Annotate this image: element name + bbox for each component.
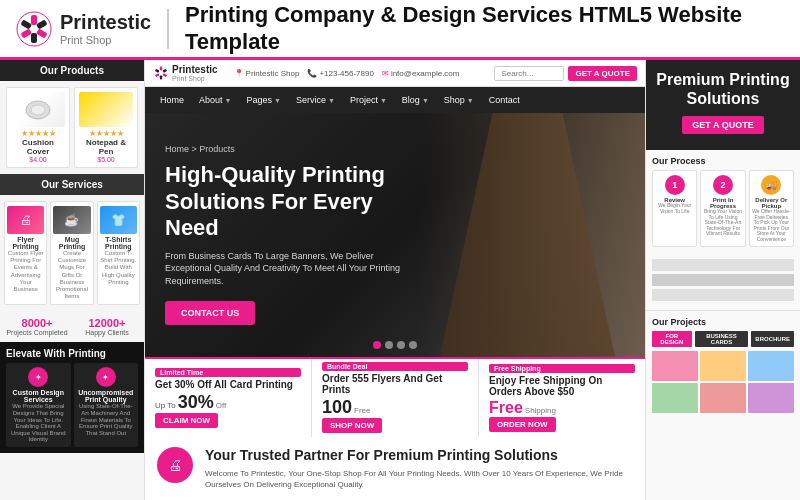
elevate-section: Elevate With Printing ✦ Custom Design Se… [0, 342, 144, 453]
search-input[interactable] [494, 66, 564, 81]
stat-clients: 12000+ Happy Clients [74, 317, 140, 336]
deal-section: Limited Time Get 30% Off All Card Printi… [145, 357, 645, 437]
project-thumb-4[interactable] [652, 383, 698, 413]
service-item-tshirt[interactable]: 👕 T-Shirts Printing Custom T-Shirt Print… [97, 201, 140, 305]
service-item-flyer[interactable]: 🖨 Flyer Printing Custom Flyer Printing F… [4, 201, 47, 305]
deal-suffix-2: Free [354, 406, 370, 415]
nav-arrow-2: ▼ [274, 97, 281, 104]
product-item[interactable]: ★★★★★ Cushion Cover $4.00 [6, 87, 70, 168]
product-price-2: $5.00 [79, 156, 133, 163]
svg-point-8 [31, 105, 45, 115]
stat-num-2: 12000+ [74, 317, 140, 329]
service-item-mug[interactable]: ☕ Mug Printing Create Customize Mugs For… [50, 201, 93, 305]
service-desc-1: Custom Flyer Printing For Events & Adver… [7, 250, 44, 293]
process-icon-1: 1 [665, 175, 685, 195]
promo-bar-1 [652, 259, 794, 271]
hero-dot-3[interactable] [397, 341, 405, 349]
deal-btn-1[interactable]: CLAIM NOW [155, 413, 218, 428]
nav-shop[interactable]: Shop▼ [437, 91, 481, 109]
project-thumb-3[interactable] [748, 351, 794, 381]
hero-dot-4[interactable] [409, 341, 417, 349]
left-sidebar: Our Products ★★★★★ Cushion Cover $4.00 ★… [0, 60, 145, 500]
elevate-items: ✦ Custom Design Services We Provide Spec… [6, 363, 138, 447]
hero-dot-1[interactable] [373, 341, 381, 349]
product-item-2[interactable]: ★★★★★ Notepad & Pen $5.00 [74, 87, 138, 168]
deal-badge-1: Limited Time [155, 368, 301, 377]
center-area: Printestic Print Shop 📍 Printestic Shop … [145, 60, 645, 500]
process-steps: 1 Review We Begin Your Vision To Life 2 … [652, 170, 794, 247]
nav-about[interactable]: About▼ [192, 91, 238, 109]
nav-pages[interactable]: Pages▼ [239, 91, 287, 109]
deal-title-2: Order 555 Flyers And Get Prints [322, 373, 468, 395]
hero-dot-2[interactable] [385, 341, 393, 349]
svg-rect-10 [162, 69, 167, 73]
site-topbar: Printestic Print Shop 📍 Printestic Shop … [145, 60, 645, 87]
deal-btn-2[interactable]: SHOP NOW [322, 418, 382, 433]
svg-rect-14 [155, 69, 160, 73]
nav-arrow-6: ▼ [467, 97, 474, 104]
process-title: Our Process [652, 156, 794, 166]
nav-service[interactable]: Service▼ [289, 91, 342, 109]
site-phone: 📞 +123-456-7890 [307, 69, 374, 78]
nav-arrow: ▼ [225, 97, 232, 104]
quote-button[interactable]: GET A QUOTE [568, 66, 637, 81]
phone-number: +123-456-7890 [319, 69, 374, 78]
svg-rect-12 [160, 75, 162, 79]
nav-contact[interactable]: Contact [482, 91, 527, 109]
premium-title: Premium Printing Solutions [656, 70, 790, 108]
about-desc: Welcome To Printestic, Your One-Stop Sho… [205, 468, 633, 490]
process-step-desc-2: Bring Your Vision To Life Using State-Of… [703, 209, 742, 237]
project-btn-2[interactable]: BUSINESS CARDS [695, 331, 749, 347]
tshirt-icon: 👕 [100, 206, 137, 234]
nav-arrow-4: ▼ [380, 97, 387, 104]
project-btn-3[interactable]: BROCHURE [751, 331, 794, 347]
stat-label-2: Happy Clients [74, 329, 140, 336]
process-step-desc-3: We Offer Hassle-Free Deliveries To Pick … [752, 209, 791, 242]
project-btn-1[interactable]: FOR DESIGN [652, 331, 692, 347]
deal-suffix-3: Shipping [525, 406, 556, 415]
nav-home[interactable]: Home [153, 91, 191, 109]
stats-row: 8000+ Projects Completed 12000+ Happy Cl… [0, 311, 144, 342]
services-section-title: Our Services [0, 174, 144, 195]
stat-label-1: Projects Completed [4, 329, 70, 336]
hero-subtitle: From Business Cards To Large Banners, We… [165, 250, 418, 288]
product-grid: ★★★★★ Cushion Cover $4.00 ★★★★★ Notepad … [0, 81, 144, 174]
project-thumb-1[interactable] [652, 351, 698, 381]
premium-quote-btn[interactable]: GET A QUOTE [682, 116, 763, 134]
right-sidebar: Premium Printing Solutions GET A QUOTE O… [645, 60, 800, 500]
product-name-2: Notepad & Pen [79, 138, 133, 156]
elevate-desc-1: We Provide Special Designs That Bring Yo… [10, 403, 67, 443]
elevate-icon-2: ✦ [96, 367, 116, 387]
email-icon: ✉ [382, 69, 389, 78]
stat-projects: 8000+ Projects Completed [4, 317, 70, 336]
site-email: ✉ info@example.com [382, 69, 460, 78]
project-thumb-5[interactable] [700, 383, 746, 413]
deal-btn-3[interactable]: ORDER NOW [489, 417, 556, 432]
header-divider [167, 9, 169, 49]
project-thumb-2[interactable] [700, 351, 746, 381]
process-icon-2: 2 [713, 175, 733, 195]
deal-value-prefix-1: Up To [155, 401, 176, 410]
nav-blog[interactable]: Blog▼ [395, 91, 436, 109]
hero-dots [373, 341, 417, 349]
site-logo-text: Printestic Print Shop [172, 64, 218, 82]
deal-big-3: Free [489, 399, 523, 417]
deal-item-2: Bundle Deal Order 555 Flyers And Get Pri… [312, 359, 479, 437]
elevate-name-1: Custom Design Services [10, 389, 67, 403]
nav-project[interactable]: Project▼ [343, 91, 394, 109]
svg-rect-4 [31, 33, 37, 43]
header-title: Printing Company & Design Services HTML5… [185, 2, 784, 55]
about-title: Your Trusted Partner For Premium Printin… [205, 447, 633, 464]
stat-num-1: 8000+ [4, 317, 70, 329]
deal-title-3: Enjoy Free Shipping On Orders Above $50 [489, 375, 635, 397]
hero-cta-button[interactable]: CONTACT US [165, 301, 255, 325]
project-thumb-6[interactable] [748, 383, 794, 413]
about-icon: 🖨 [157, 447, 193, 483]
phone-icon: 📞 [307, 69, 317, 78]
deal-suffix-1: Off [216, 401, 227, 410]
site-location: 📍 Printestic Shop [234, 69, 300, 78]
elevate-name-2: Uncompromised Print Quality [78, 389, 135, 403]
product-name-1: Cushion Cover [11, 138, 65, 156]
site-info: 📍 Printestic Shop 📞 +123-456-7890 ✉ info… [234, 69, 460, 78]
hero-section: Home > Products High-Quality Printing So… [145, 113, 645, 357]
